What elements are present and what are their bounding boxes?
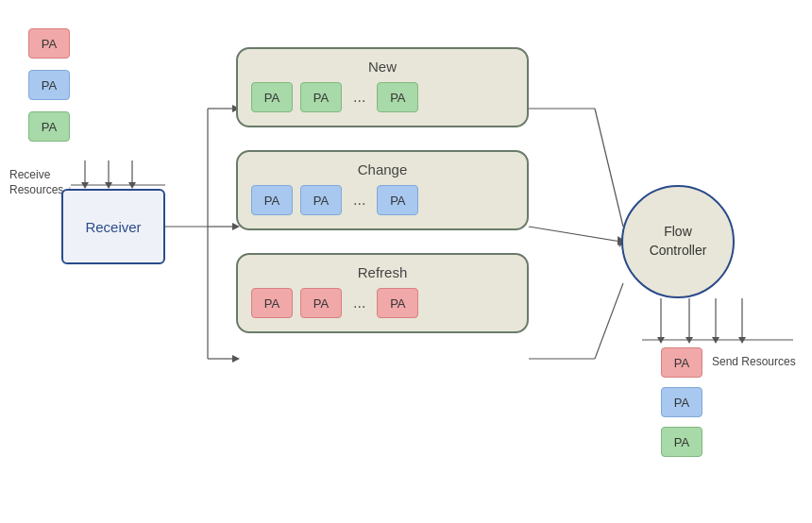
queue-change: Change PA PA ... PA xyxy=(236,150,529,230)
input-pa-section: PA PA PA xyxy=(28,28,70,142)
queue-section: New PA PA ... PA Change PA PA ... PA Ref… xyxy=(236,47,529,333)
send-resources-row: PA Send Resources xyxy=(661,347,796,378)
queue-refresh: Refresh PA PA ... PA xyxy=(236,253,529,333)
queue-refresh-pa-2: PA xyxy=(300,288,342,318)
queue-change-label: Change xyxy=(251,161,514,177)
output-pa-list: PA PA xyxy=(661,387,796,457)
queue-change-pa-1: PA xyxy=(251,185,293,215)
flow-controller: FlowController xyxy=(621,185,735,298)
queue-refresh-label: Refresh xyxy=(251,264,514,280)
svg-marker-26 xyxy=(685,337,693,344)
send-resources-label: Send Resources xyxy=(712,355,796,370)
queue-refresh-pa-3: PA xyxy=(377,288,418,318)
svg-marker-4 xyxy=(105,182,112,189)
input-pa-blue: PA xyxy=(28,70,70,100)
queue-refresh-ellipsis: ... xyxy=(353,295,365,312)
receiver-label: Receiver xyxy=(85,219,141,235)
svg-marker-24 xyxy=(657,337,665,344)
diagram-container: PA PA PA ReceiveResources ↓ Receiver New… xyxy=(0,0,812,523)
svg-marker-28 xyxy=(712,337,719,344)
queue-new-pa-1: PA xyxy=(251,82,293,112)
output-pa-green: PA xyxy=(661,427,702,457)
queue-refresh-pa-1: PA xyxy=(251,288,293,318)
input-pa-green: PA xyxy=(28,111,70,142)
svg-line-16 xyxy=(595,109,623,227)
receiver-box: Receiver xyxy=(61,189,165,264)
svg-marker-30 xyxy=(738,337,746,344)
output-pa-red: PA xyxy=(661,347,702,378)
queue-change-pa-3: PA xyxy=(377,185,418,215)
svg-marker-14 xyxy=(232,355,240,363)
queue-new: New PA PA ... PA xyxy=(236,47,529,127)
svg-marker-2 xyxy=(81,182,89,189)
queue-new-label: New xyxy=(251,59,514,75)
queue-new-pa-2: PA xyxy=(300,82,342,112)
queue-new-ellipsis: ... xyxy=(353,89,365,106)
flow-controller-label: FlowController xyxy=(650,223,707,260)
queue-new-items: PA PA ... PA xyxy=(251,82,514,112)
queue-change-pa-2: PA xyxy=(300,185,342,215)
queue-change-ellipsis: ... xyxy=(353,192,365,209)
output-pa-blue: PA xyxy=(661,387,702,417)
input-pa-red: PA xyxy=(28,28,70,59)
svg-marker-6 xyxy=(128,182,136,189)
svg-line-20 xyxy=(595,283,623,359)
queue-change-items: PA PA ... PA xyxy=(251,185,514,215)
queue-refresh-items: PA PA ... PA xyxy=(251,288,514,318)
output-section: PA Send Resources PA PA xyxy=(661,347,796,457)
queue-new-pa-3: PA xyxy=(377,82,418,112)
svg-line-17 xyxy=(529,227,621,242)
